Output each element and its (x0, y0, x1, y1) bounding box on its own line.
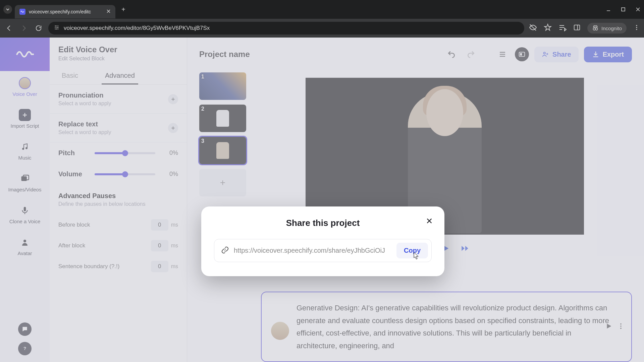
reload-button[interactable] (34, 23, 44, 33)
browser-tab-strip: voiceover.speechify.com/editc + (0, 0, 644, 19)
sidepanel-icon[interactable] (573, 24, 581, 33)
new-tab-button[interactable]: + (121, 6, 125, 13)
svg-point-1 (55, 25, 56, 26)
minimize-icon[interactable] (606, 7, 611, 12)
svg-point-2 (57, 27, 58, 28)
forward-button[interactable] (19, 23, 29, 33)
bookmark-star-icon[interactable] (544, 23, 552, 33)
share-modal: Share this project https://voiceover.spe… (201, 206, 444, 276)
eye-off-icon[interactable] (529, 23, 537, 33)
svg-point-3 (56, 28, 57, 29)
url-text: voiceover.speechify.com/editor/8Gy5WvBeV… (64, 25, 210, 32)
maximize-icon[interactable] (621, 7, 626, 12)
modal-title: Share this project (214, 218, 432, 228)
svg-point-5 (593, 28, 595, 30)
window-controls (606, 7, 641, 12)
site-settings-icon[interactable] (54, 24, 60, 32)
url-input[interactable]: voiceover.speechify.com/editor/8Gy5WvBeV… (48, 22, 524, 35)
copy-button[interactable]: Copy (396, 243, 428, 258)
modal-close-button[interactable] (424, 216, 434, 226)
svg-point-9 (636, 29, 637, 30)
incognito-badge[interactable]: Incognito (587, 23, 627, 34)
svg-point-8 (636, 27, 637, 28)
svg-rect-4 (574, 25, 580, 30)
playlist-icon[interactable] (558, 23, 567, 33)
link-icon (221, 246, 229, 255)
tab-close-icon[interactable] (106, 9, 111, 15)
tab-title: voiceover.speechify.com/editc (29, 9, 103, 14)
modal-backdrop[interactable] (0, 38, 644, 362)
share-link-row: https://voiceover.speechify.com/share/ey… (214, 239, 432, 262)
close-window-icon[interactable] (635, 7, 641, 12)
favicon-icon (19, 9, 25, 15)
incognito-label: Incognito (601, 25, 622, 31)
share-link-text[interactable]: https://voiceover.speechify.com/share/ey… (234, 247, 396, 254)
incognito-icon (592, 25, 599, 32)
kebab-menu-icon[interactable] (633, 24, 640, 32)
address-bar: voiceover.speechify.com/editor/8Gy5WvBeV… (0, 19, 644, 38)
browser-tab[interactable]: voiceover.speechify.com/editc (15, 5, 115, 18)
back-button[interactable] (4, 23, 14, 33)
svg-point-6 (595, 28, 598, 30)
svg-point-7 (636, 25, 637, 26)
svg-rect-0 (622, 8, 625, 11)
tabs-dropdown[interactable] (3, 5, 12, 14)
app-root: Voice Over Import Script Music Images/Vi… (0, 38, 644, 362)
